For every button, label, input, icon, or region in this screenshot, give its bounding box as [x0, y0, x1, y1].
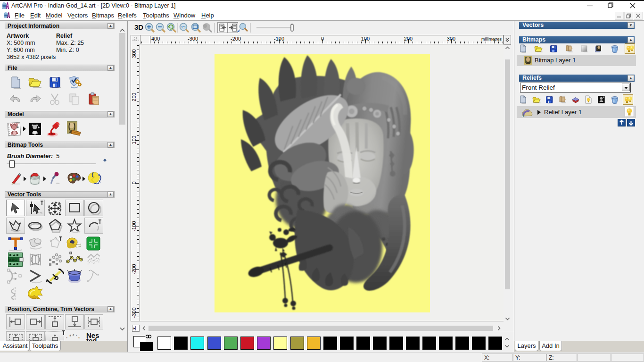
- svg-text:a: a: [73, 333, 74, 336]
- svg-text:ABC: ABC: [9, 258, 17, 262]
- svg-text:1:1: 1:1: [181, 25, 186, 29]
- svg-text:a: a: [69, 334, 72, 337]
- svg-text:*: *: [66, 337, 68, 340]
- svg-text:+: +: [522, 113, 525, 118]
- svg-text:*: *: [75, 334, 77, 337]
- svg-text:c: c: [78, 336, 81, 339]
